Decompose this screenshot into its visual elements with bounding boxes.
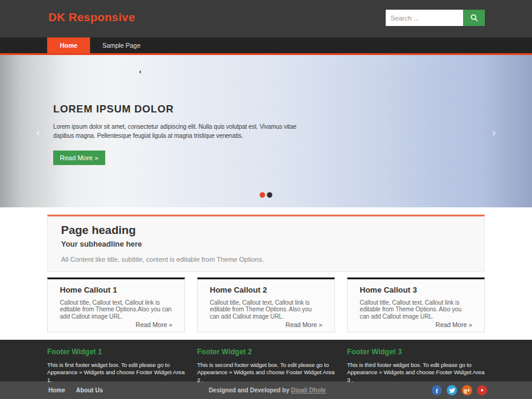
footer-widget-1: Footer Widget 1 This is first footer wid…	[47, 348, 185, 381]
twitter-icon[interactable]	[447, 385, 457, 395]
footer-widget-title: Footer Widget 2	[197, 348, 335, 356]
callout-title: Home Callout 1	[60, 285, 172, 294]
page-title: Page heading	[61, 224, 471, 237]
slider-prev-arrow-icon[interactable]: ‹	[36, 126, 40, 138]
site-logo[interactable]: DK Responsive	[48, 11, 135, 24]
footer-link-home[interactable]: Home	[48, 387, 65, 394]
main-content: Page heading Your subheadline here All C…	[0, 207, 532, 340]
nav-item-home[interactable]: Home	[47, 37, 90, 53]
site-header: DK Responsive	[0, 0, 532, 37]
footer-widget-title: Footer Widget 1	[47, 348, 185, 356]
callout-box-1: Home Callout 1 Callout title, Callout te…	[47, 277, 185, 332]
footer-widget-text: This is second footer widget box. To edi…	[197, 362, 335, 384]
slider-dot[interactable]	[267, 192, 273, 198]
page-heading-box: Page heading Your subheadline here All C…	[47, 215, 485, 272]
google-plus-icon[interactable]: g+	[462, 385, 472, 395]
footer-widget-title: Footer Widget 3	[347, 348, 485, 356]
credit-author-link[interactable]: Dipali Dhole	[291, 387, 326, 394]
callout-box-2: Home Callout 2 Callout title, Callout te…	[197, 277, 335, 332]
stray-mark	[140, 71, 141, 73]
slider-dot-active[interactable]	[260, 192, 265, 198]
callout-title: Home Callout 3	[360, 285, 472, 294]
slider-next-arrow-icon[interactable]: ›	[492, 126, 496, 138]
callout-row: Home Callout 1 Callout title, Callout te…	[47, 277, 485, 332]
footer-widget-text: This is first footer widget box. To edit…	[47, 362, 185, 384]
credit-line: Designed and Developed by Dipali Dhole	[103, 387, 432, 394]
youtube-icon[interactable]	[477, 385, 487, 395]
callout-read-more-link[interactable]: Read More »	[60, 321, 172, 328]
slide-text: Lorem ipsum dolor sit amet, consectetur …	[53, 123, 302, 140]
callout-box-3: Home Callout 3 Callout title, Callout te…	[347, 277, 485, 332]
slide-read-more-button[interactable]: Read More »	[53, 151, 105, 165]
search-form	[386, 10, 485, 26]
callout-read-more-link[interactable]: Read More »	[210, 321, 322, 328]
footer-bottom-bar: Home About Us Designed and Developed by …	[0, 381, 532, 399]
slider-dots	[260, 192, 273, 198]
hero-slider: ‹ › LOREM IPSUM DOLOR Lorem ipsum dolor …	[0, 53, 532, 207]
callout-text: Callout title, Callout text, Callout lin…	[60, 299, 172, 320]
callout-title: Home Callout 2	[210, 285, 322, 294]
callout-text: Callout title, Callout text, Callout lin…	[210, 299, 322, 320]
callout-read-more-link[interactable]: Read More »	[360, 321, 472, 328]
callout-text: Callout title, Callout text, Callout lin…	[360, 299, 472, 320]
main-nav: Home Sample Page	[0, 37, 532, 53]
page-subheadline: Your subheadline here	[61, 240, 471, 248]
footer-widget-text: This is third footer widget box. To edit…	[347, 362, 485, 384]
credit-prefix: Designed and Developed by	[209, 387, 291, 394]
footer-link-about-us[interactable]: About Us	[76, 387, 103, 394]
search-icon	[470, 13, 479, 22]
slide-content: LOREM IPSUM DOLOR Lorem ipsum dolor sit …	[53, 103, 302, 165]
slide-heading: LOREM IPSUM DOLOR	[53, 103, 302, 115]
search-button[interactable]	[463, 10, 485, 26]
nav-item-sample-page[interactable]: Sample Page	[90, 37, 152, 53]
social-links: f g+	[432, 385, 487, 395]
footer-widget-2: Footer Widget 2 This is second footer wi…	[197, 348, 335, 381]
page-note: All Content like title, subtitle, conten…	[61, 256, 471, 263]
search-input[interactable]	[386, 10, 463, 26]
footer-widgets: Footer Widget 1 This is first footer wid…	[0, 340, 532, 381]
footer-nav: Home About Us	[48, 387, 103, 394]
facebook-icon[interactable]: f	[432, 385, 442, 395]
footer-widget-3: Footer Widget 3 This is third footer wid…	[347, 348, 485, 381]
